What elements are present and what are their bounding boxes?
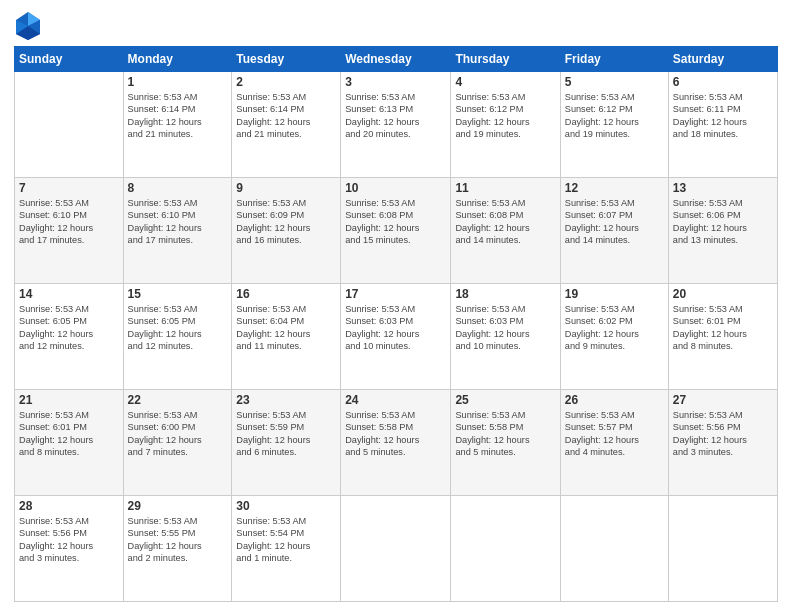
week-row-4: 21Sunrise: 5:53 AM Sunset: 6:01 PM Dayli… bbox=[15, 390, 778, 496]
day-number: 2 bbox=[236, 75, 336, 89]
logo-icon bbox=[14, 10, 38, 38]
header-wednesday: Wednesday bbox=[341, 47, 451, 72]
day-info: Sunrise: 5:53 AM Sunset: 6:01 PM Dayligh… bbox=[19, 409, 119, 459]
day-info: Sunrise: 5:53 AM Sunset: 6:08 PM Dayligh… bbox=[345, 197, 446, 247]
calendar-cell bbox=[341, 496, 451, 602]
day-number: 23 bbox=[236, 393, 336, 407]
day-number: 15 bbox=[128, 287, 228, 301]
day-info: Sunrise: 5:53 AM Sunset: 5:59 PM Dayligh… bbox=[236, 409, 336, 459]
day-number: 8 bbox=[128, 181, 228, 195]
calendar-cell: 9Sunrise: 5:53 AM Sunset: 6:09 PM Daylig… bbox=[232, 178, 341, 284]
day-info: Sunrise: 5:53 AM Sunset: 6:14 PM Dayligh… bbox=[128, 91, 228, 141]
day-info: Sunrise: 5:53 AM Sunset: 6:10 PM Dayligh… bbox=[128, 197, 228, 247]
day-number: 1 bbox=[128, 75, 228, 89]
day-info: Sunrise: 5:53 AM Sunset: 6:11 PM Dayligh… bbox=[673, 91, 773, 141]
calendar-table: Sunday Monday Tuesday Wednesday Thursday… bbox=[14, 46, 778, 602]
day-number: 28 bbox=[19, 499, 119, 513]
calendar-cell: 20Sunrise: 5:53 AM Sunset: 6:01 PM Dayli… bbox=[668, 284, 777, 390]
calendar-cell: 27Sunrise: 5:53 AM Sunset: 5:56 PM Dayli… bbox=[668, 390, 777, 496]
day-number: 18 bbox=[455, 287, 555, 301]
calendar-cell: 1Sunrise: 5:53 AM Sunset: 6:14 PM Daylig… bbox=[123, 72, 232, 178]
day-info: Sunrise: 5:53 AM Sunset: 6:13 PM Dayligh… bbox=[345, 91, 446, 141]
day-number: 25 bbox=[455, 393, 555, 407]
day-number: 27 bbox=[673, 393, 773, 407]
day-number: 3 bbox=[345, 75, 446, 89]
day-info: Sunrise: 5:53 AM Sunset: 6:14 PM Dayligh… bbox=[236, 91, 336, 141]
calendar-cell: 8Sunrise: 5:53 AM Sunset: 6:10 PM Daylig… bbox=[123, 178, 232, 284]
calendar-cell: 13Sunrise: 5:53 AM Sunset: 6:06 PM Dayli… bbox=[668, 178, 777, 284]
calendar-cell: 15Sunrise: 5:53 AM Sunset: 6:05 PM Dayli… bbox=[123, 284, 232, 390]
day-info: Sunrise: 5:53 AM Sunset: 6:08 PM Dayligh… bbox=[455, 197, 555, 247]
day-number: 20 bbox=[673, 287, 773, 301]
calendar-cell: 22Sunrise: 5:53 AM Sunset: 6:00 PM Dayli… bbox=[123, 390, 232, 496]
week-row-2: 7Sunrise: 5:53 AM Sunset: 6:10 PM Daylig… bbox=[15, 178, 778, 284]
week-row-3: 14Sunrise: 5:53 AM Sunset: 6:05 PM Dayli… bbox=[15, 284, 778, 390]
day-info: Sunrise: 5:53 AM Sunset: 6:00 PM Dayligh… bbox=[128, 409, 228, 459]
day-info: Sunrise: 5:53 AM Sunset: 5:57 PM Dayligh… bbox=[565, 409, 664, 459]
day-number: 5 bbox=[565, 75, 664, 89]
calendar-cell: 5Sunrise: 5:53 AM Sunset: 6:12 PM Daylig… bbox=[560, 72, 668, 178]
calendar-cell: 18Sunrise: 5:53 AM Sunset: 6:03 PM Dayli… bbox=[451, 284, 560, 390]
day-info: Sunrise: 5:53 AM Sunset: 6:04 PM Dayligh… bbox=[236, 303, 336, 353]
day-info: Sunrise: 5:53 AM Sunset: 6:07 PM Dayligh… bbox=[565, 197, 664, 247]
day-number: 4 bbox=[455, 75, 555, 89]
day-info: Sunrise: 5:53 AM Sunset: 6:03 PM Dayligh… bbox=[345, 303, 446, 353]
day-number: 7 bbox=[19, 181, 119, 195]
calendar-cell: 25Sunrise: 5:53 AM Sunset: 5:58 PM Dayli… bbox=[451, 390, 560, 496]
calendar-cell: 7Sunrise: 5:53 AM Sunset: 6:10 PM Daylig… bbox=[15, 178, 124, 284]
calendar-cell bbox=[15, 72, 124, 178]
day-info: Sunrise: 5:53 AM Sunset: 5:58 PM Dayligh… bbox=[455, 409, 555, 459]
header-thursday: Thursday bbox=[451, 47, 560, 72]
calendar-cell: 6Sunrise: 5:53 AM Sunset: 6:11 PM Daylig… bbox=[668, 72, 777, 178]
day-number: 24 bbox=[345, 393, 446, 407]
day-info: Sunrise: 5:53 AM Sunset: 5:55 PM Dayligh… bbox=[128, 515, 228, 565]
day-info: Sunrise: 5:53 AM Sunset: 6:12 PM Dayligh… bbox=[455, 91, 555, 141]
day-number: 26 bbox=[565, 393, 664, 407]
header-monday: Monday bbox=[123, 47, 232, 72]
day-info: Sunrise: 5:53 AM Sunset: 5:58 PM Dayligh… bbox=[345, 409, 446, 459]
calendar-cell: 21Sunrise: 5:53 AM Sunset: 6:01 PM Dayli… bbox=[15, 390, 124, 496]
day-number: 19 bbox=[565, 287, 664, 301]
day-info: Sunrise: 5:53 AM Sunset: 5:56 PM Dayligh… bbox=[673, 409, 773, 459]
day-number: 16 bbox=[236, 287, 336, 301]
calendar-cell bbox=[668, 496, 777, 602]
day-number: 29 bbox=[128, 499, 228, 513]
day-info: Sunrise: 5:53 AM Sunset: 6:03 PM Dayligh… bbox=[455, 303, 555, 353]
day-number: 30 bbox=[236, 499, 336, 513]
calendar-cell: 12Sunrise: 5:53 AM Sunset: 6:07 PM Dayli… bbox=[560, 178, 668, 284]
calendar-cell: 24Sunrise: 5:53 AM Sunset: 5:58 PM Dayli… bbox=[341, 390, 451, 496]
day-info: Sunrise: 5:53 AM Sunset: 6:09 PM Dayligh… bbox=[236, 197, 336, 247]
day-info: Sunrise: 5:53 AM Sunset: 6:06 PM Dayligh… bbox=[673, 197, 773, 247]
day-number: 22 bbox=[128, 393, 228, 407]
day-number: 21 bbox=[19, 393, 119, 407]
week-row-5: 28Sunrise: 5:53 AM Sunset: 5:56 PM Dayli… bbox=[15, 496, 778, 602]
day-info: Sunrise: 5:53 AM Sunset: 5:54 PM Dayligh… bbox=[236, 515, 336, 565]
calendar-cell: 14Sunrise: 5:53 AM Sunset: 6:05 PM Dayli… bbox=[15, 284, 124, 390]
calendar-cell: 19Sunrise: 5:53 AM Sunset: 6:02 PM Dayli… bbox=[560, 284, 668, 390]
calendar-cell: 3Sunrise: 5:53 AM Sunset: 6:13 PM Daylig… bbox=[341, 72, 451, 178]
calendar-cell: 23Sunrise: 5:53 AM Sunset: 5:59 PM Dayli… bbox=[232, 390, 341, 496]
day-info: Sunrise: 5:53 AM Sunset: 6:05 PM Dayligh… bbox=[19, 303, 119, 353]
calendar-cell: 26Sunrise: 5:53 AM Sunset: 5:57 PM Dayli… bbox=[560, 390, 668, 496]
day-number: 10 bbox=[345, 181, 446, 195]
weekday-header-row: Sunday Monday Tuesday Wednesday Thursday… bbox=[15, 47, 778, 72]
calendar-cell bbox=[560, 496, 668, 602]
calendar-cell: 17Sunrise: 5:53 AM Sunset: 6:03 PM Dayli… bbox=[341, 284, 451, 390]
page: Sunday Monday Tuesday Wednesday Thursday… bbox=[0, 0, 792, 612]
day-number: 17 bbox=[345, 287, 446, 301]
day-number: 13 bbox=[673, 181, 773, 195]
calendar-cell: 11Sunrise: 5:53 AM Sunset: 6:08 PM Dayli… bbox=[451, 178, 560, 284]
calendar-cell: 10Sunrise: 5:53 AM Sunset: 6:08 PM Dayli… bbox=[341, 178, 451, 284]
day-info: Sunrise: 5:53 AM Sunset: 6:05 PM Dayligh… bbox=[128, 303, 228, 353]
header-friday: Friday bbox=[560, 47, 668, 72]
header-tuesday: Tuesday bbox=[232, 47, 341, 72]
week-row-1: 1Sunrise: 5:53 AM Sunset: 6:14 PM Daylig… bbox=[15, 72, 778, 178]
calendar-cell: 4Sunrise: 5:53 AM Sunset: 6:12 PM Daylig… bbox=[451, 72, 560, 178]
header bbox=[14, 10, 778, 38]
day-info: Sunrise: 5:53 AM Sunset: 6:01 PM Dayligh… bbox=[673, 303, 773, 353]
calendar-cell: 28Sunrise: 5:53 AM Sunset: 5:56 PM Dayli… bbox=[15, 496, 124, 602]
calendar-cell bbox=[451, 496, 560, 602]
day-number: 11 bbox=[455, 181, 555, 195]
header-saturday: Saturday bbox=[668, 47, 777, 72]
day-info: Sunrise: 5:53 AM Sunset: 6:02 PM Dayligh… bbox=[565, 303, 664, 353]
